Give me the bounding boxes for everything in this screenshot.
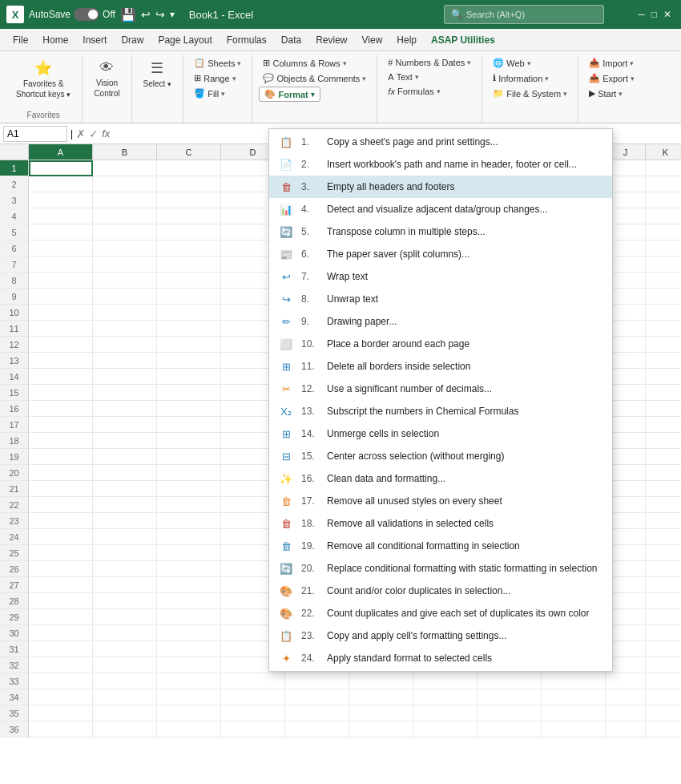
list-item[interactable]: 🎨21.Count and/or color duplicates in sel… — [269, 580, 612, 602]
sheet-cell[interactable] — [93, 513, 157, 529]
menu-help[interactable]: Help — [390, 31, 423, 49]
list-item[interactable]: ✨16.Clean data and formatting... — [269, 467, 612, 490]
sheet-cell[interactable] — [93, 705, 157, 721]
sheet-cell[interactable] — [157, 705, 221, 721]
sheet-cell[interactable] — [29, 529, 93, 545]
list-item[interactable]: 🎨22.Count duplicates and give each set o… — [269, 602, 612, 624]
sheet-cell[interactable] — [93, 561, 157, 577]
list-item[interactable]: 📊4.Detect and visualize adjacent data/gr… — [269, 198, 612, 220]
sheet-cell[interactable] — [93, 465, 157, 481]
sheet-cell[interactable] — [29, 609, 93, 625]
sheet-cell[interactable] — [606, 673, 646, 689]
select-btn[interactable]: ☰ Select ▾ — [139, 56, 177, 93]
sheet-cell[interactable] — [29, 257, 93, 273]
sheet-cell[interactable] — [93, 641, 157, 657]
sheet-cell[interactable] — [646, 208, 681, 224]
sheet-cell[interactable] — [29, 321, 93, 337]
sheet-cell[interactable] — [29, 305, 93, 321]
sheet-cell[interactable] — [157, 257, 221, 273]
sheet-cell[interactable] — [29, 481, 93, 497]
sheet-cell[interactable] — [478, 689, 542, 705]
menu-insert[interactable]: Insert — [76, 31, 113, 49]
menu-draw[interactable]: Draw — [115, 31, 150, 49]
sheet-cell[interactable] — [349, 673, 413, 689]
cancel-formula-icon[interactable]: ✗ — [76, 127, 86, 140]
sheet-cell[interactable] — [646, 545, 681, 561]
sheet-cell[interactable] — [93, 417, 157, 433]
sheet-cell[interactable] — [606, 705, 646, 721]
sheet-cell[interactable] — [29, 593, 93, 609]
sheet-cell[interactable] — [646, 529, 681, 545]
sheet-cell[interactable] — [29, 721, 93, 738]
sheet-cell[interactable] — [93, 273, 157, 289]
sheet-cell[interactable] — [606, 689, 646, 705]
sheet-cell[interactable] — [646, 721, 681, 738]
sheet-cell[interactable] — [646, 289, 681, 305]
search-box[interactable]: 🔍 Search (Alt+Q) — [444, 5, 604, 24]
sheet-cell[interactable] — [93, 449, 157, 465]
sheet-cell[interactable] — [646, 273, 681, 289]
list-item[interactable]: ✦24.Apply standard format to selected ce… — [269, 647, 612, 669]
sheet-cell[interactable] — [93, 321, 157, 337]
sheet-cell[interactable] — [157, 609, 221, 625]
sheet-cell[interactable] — [93, 625, 157, 641]
sheet-cell[interactable] — [285, 705, 349, 721]
sheet-cell[interactable] — [157, 401, 221, 417]
sheet-cell[interactable] — [93, 433, 157, 449]
sheet-cell[interactable] — [93, 481, 157, 497]
autosave-toggle[interactable] — [74, 8, 99, 21]
minimize-btn[interactable]: ─ — [638, 9, 645, 20]
sheet-cell[interactable] — [93, 337, 157, 353]
sheet-cell[interactable] — [29, 449, 93, 465]
sheet-cell[interactable] — [157, 529, 221, 545]
web-btn[interactable]: 🌐 Web ▾ — [489, 56, 534, 70]
sheet-cell[interactable] — [29, 224, 93, 240]
sheet-cell[interactable] — [413, 705, 478, 721]
sheet-cell[interactable] — [93, 673, 157, 689]
list-item[interactable]: ✏9.Drawing paper... — [269, 310, 612, 333]
sheet-cell[interactable] — [29, 176, 93, 192]
sheet-cell[interactable] — [29, 353, 93, 369]
list-item[interactable]: X₂13.Subscript the numbers in Chemical F… — [269, 400, 612, 422]
file-system-btn[interactable]: 📁 File & System ▾ — [489, 87, 571, 100]
sheet-cell[interactable] — [646, 369, 681, 385]
sheet-cell[interactable] — [29, 433, 93, 449]
sheet-cell[interactable] — [646, 321, 681, 337]
range-btn[interactable]: ⊞ Range ▾ — [190, 71, 240, 85]
sheet-cell[interactable] — [29, 513, 93, 529]
fill-btn[interactable]: 🪣 Fill ▾ — [190, 87, 229, 100]
sheet-cell[interactable] — [646, 257, 681, 273]
sheet-cell[interactable] — [646, 481, 681, 497]
sheet-cell[interactable] — [29, 465, 93, 481]
sheet-cell[interactable] — [93, 497, 157, 513]
sheet-cell[interactable] — [646, 689, 681, 705]
list-item[interactable]: 📄2.Insert workbook's path and name in he… — [269, 153, 612, 176]
sheet-cell[interactable] — [542, 721, 606, 738]
sheet-cell[interactable] — [646, 192, 681, 208]
sheet-cell[interactable] — [157, 497, 221, 513]
close-btn[interactable]: ✕ — [663, 9, 671, 20]
sheet-cell[interactable] — [646, 401, 681, 417]
sheet-cell[interactable] — [29, 160, 93, 176]
sheet-cell[interactable] — [93, 369, 157, 385]
sheet-cell[interactable] — [29, 192, 93, 208]
sheet-cell[interactable] — [93, 721, 157, 738]
sheet-cell[interactable] — [29, 497, 93, 513]
menu-data[interactable]: Data — [275, 31, 308, 49]
sheet-cell[interactable] — [413, 673, 478, 689]
format-btn[interactable]: 🎨 Format ▾ — [259, 87, 320, 102]
redo-icon[interactable]: ↪ — [155, 8, 165, 21]
sheet-cell[interactable] — [646, 705, 681, 721]
sheet-cell[interactable] — [646, 337, 681, 353]
sheet-cell[interactable] — [93, 353, 157, 369]
sheet-cell[interactable] — [29, 657, 93, 673]
list-item[interactable]: ↪8.Unwrap text — [269, 288, 612, 310]
menu-formulas[interactable]: Formulas — [220, 31, 273, 49]
list-item[interactable]: ⊟15.Center across selection (without mer… — [269, 445, 612, 467]
format-dropdown[interactable]: 📋1.Copy a sheet's page and print setting… — [268, 128, 613, 672]
sheet-cell[interactable] — [542, 705, 606, 721]
sheet-cell[interactable] — [93, 529, 157, 545]
numbers-dates-btn[interactable]: # Numbers & Dates ▾ — [384, 56, 475, 69]
customize-icon[interactable]: ▾ — [170, 9, 175, 20]
sheet-cell[interactable] — [646, 353, 681, 369]
